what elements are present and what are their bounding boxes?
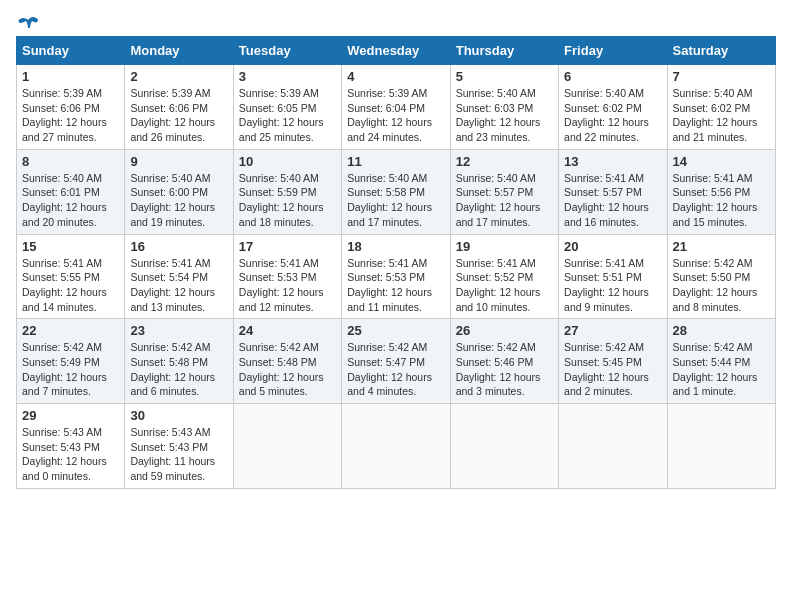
page-header xyxy=(16,16,776,32)
day-info: Sunrise: 5:41 AM Sunset: 5:54 PM Dayligh… xyxy=(130,256,227,315)
calendar-day-cell: 24 Sunrise: 5:42 AM Sunset: 5:48 PM Dayl… xyxy=(233,319,341,404)
weekday-header-thursday: Thursday xyxy=(450,37,558,65)
day-number: 29 xyxy=(22,408,119,423)
day-number: 17 xyxy=(239,239,336,254)
day-number: 13 xyxy=(564,154,661,169)
day-info: Sunrise: 5:42 AM Sunset: 5:46 PM Dayligh… xyxy=(456,340,553,399)
day-info: Sunrise: 5:40 AM Sunset: 6:02 PM Dayligh… xyxy=(673,86,770,145)
day-info: Sunrise: 5:40 AM Sunset: 5:57 PM Dayligh… xyxy=(456,171,553,230)
calendar-day-cell: 29 Sunrise: 5:43 AM Sunset: 5:43 PM Dayl… xyxy=(17,404,125,489)
day-number: 11 xyxy=(347,154,444,169)
day-info: Sunrise: 5:42 AM Sunset: 5:48 PM Dayligh… xyxy=(239,340,336,399)
calendar-day-cell: 26 Sunrise: 5:42 AM Sunset: 5:46 PM Dayl… xyxy=(450,319,558,404)
day-number: 30 xyxy=(130,408,227,423)
day-number: 19 xyxy=(456,239,553,254)
calendar-day-cell: 18 Sunrise: 5:41 AM Sunset: 5:53 PM Dayl… xyxy=(342,234,450,319)
calendar-week-row: 8 Sunrise: 5:40 AM Sunset: 6:01 PM Dayli… xyxy=(17,149,776,234)
day-info: Sunrise: 5:39 AM Sunset: 6:06 PM Dayligh… xyxy=(130,86,227,145)
day-info: Sunrise: 5:42 AM Sunset: 5:47 PM Dayligh… xyxy=(347,340,444,399)
day-info: Sunrise: 5:42 AM Sunset: 5:49 PM Dayligh… xyxy=(22,340,119,399)
calendar-week-row: 1 Sunrise: 5:39 AM Sunset: 6:06 PM Dayli… xyxy=(17,65,776,150)
calendar-day-cell: 11 Sunrise: 5:40 AM Sunset: 5:58 PM Dayl… xyxy=(342,149,450,234)
calendar-day-cell: 14 Sunrise: 5:41 AM Sunset: 5:56 PM Dayl… xyxy=(667,149,775,234)
calendar-table: SundayMondayTuesdayWednesdayThursdayFrid… xyxy=(16,36,776,489)
day-info: Sunrise: 5:42 AM Sunset: 5:44 PM Dayligh… xyxy=(673,340,770,399)
calendar-day-cell: 25 Sunrise: 5:42 AM Sunset: 5:47 PM Dayl… xyxy=(342,319,450,404)
day-info: Sunrise: 5:43 AM Sunset: 5:43 PM Dayligh… xyxy=(22,425,119,484)
day-number: 10 xyxy=(239,154,336,169)
day-number: 26 xyxy=(456,323,553,338)
day-number: 9 xyxy=(130,154,227,169)
calendar-day-cell: 8 Sunrise: 5:40 AM Sunset: 6:01 PM Dayli… xyxy=(17,149,125,234)
day-number: 5 xyxy=(456,69,553,84)
day-number: 2 xyxy=(130,69,227,84)
day-number: 3 xyxy=(239,69,336,84)
day-number: 12 xyxy=(456,154,553,169)
calendar-day-cell: 1 Sunrise: 5:39 AM Sunset: 6:06 PM Dayli… xyxy=(17,65,125,150)
day-number: 20 xyxy=(564,239,661,254)
day-info: Sunrise: 5:41 AM Sunset: 5:56 PM Dayligh… xyxy=(673,171,770,230)
day-info: Sunrise: 5:40 AM Sunset: 6:01 PM Dayligh… xyxy=(22,171,119,230)
day-info: Sunrise: 5:40 AM Sunset: 6:02 PM Dayligh… xyxy=(564,86,661,145)
calendar-day-cell: 22 Sunrise: 5:42 AM Sunset: 5:49 PM Dayl… xyxy=(17,319,125,404)
day-info: Sunrise: 5:41 AM Sunset: 5:52 PM Dayligh… xyxy=(456,256,553,315)
calendar-day-cell: 23 Sunrise: 5:42 AM Sunset: 5:48 PM Dayl… xyxy=(125,319,233,404)
day-number: 1 xyxy=(22,69,119,84)
calendar-day-cell: 27 Sunrise: 5:42 AM Sunset: 5:45 PM Dayl… xyxy=(559,319,667,404)
calendar-day-cell: 15 Sunrise: 5:41 AM Sunset: 5:55 PM Dayl… xyxy=(17,234,125,319)
calendar-day-cell: 21 Sunrise: 5:42 AM Sunset: 5:50 PM Dayl… xyxy=(667,234,775,319)
weekday-header-monday: Monday xyxy=(125,37,233,65)
calendar-day-cell: 30 Sunrise: 5:43 AM Sunset: 5:43 PM Dayl… xyxy=(125,404,233,489)
day-info: Sunrise: 5:41 AM Sunset: 5:51 PM Dayligh… xyxy=(564,256,661,315)
calendar-day-cell: 28 Sunrise: 5:42 AM Sunset: 5:44 PM Dayl… xyxy=(667,319,775,404)
calendar-day-cell: 17 Sunrise: 5:41 AM Sunset: 5:53 PM Dayl… xyxy=(233,234,341,319)
logo xyxy=(16,16,38,32)
calendar-day-cell xyxy=(450,404,558,489)
day-number: 16 xyxy=(130,239,227,254)
day-info: Sunrise: 5:42 AM Sunset: 5:48 PM Dayligh… xyxy=(130,340,227,399)
calendar-day-cell: 20 Sunrise: 5:41 AM Sunset: 5:51 PM Dayl… xyxy=(559,234,667,319)
calendar-day-cell: 7 Sunrise: 5:40 AM Sunset: 6:02 PM Dayli… xyxy=(667,65,775,150)
day-info: Sunrise: 5:40 AM Sunset: 6:03 PM Dayligh… xyxy=(456,86,553,145)
calendar-day-cell: 9 Sunrise: 5:40 AM Sunset: 6:00 PM Dayli… xyxy=(125,149,233,234)
day-info: Sunrise: 5:40 AM Sunset: 5:59 PM Dayligh… xyxy=(239,171,336,230)
day-info: Sunrise: 5:41 AM Sunset: 5:55 PM Dayligh… xyxy=(22,256,119,315)
calendar-week-row: 15 Sunrise: 5:41 AM Sunset: 5:55 PM Dayl… xyxy=(17,234,776,319)
day-number: 22 xyxy=(22,323,119,338)
day-number: 7 xyxy=(673,69,770,84)
day-info: Sunrise: 5:41 AM Sunset: 5:57 PM Dayligh… xyxy=(564,171,661,230)
day-number: 18 xyxy=(347,239,444,254)
day-info: Sunrise: 5:40 AM Sunset: 5:58 PM Dayligh… xyxy=(347,171,444,230)
calendar-week-row: 29 Sunrise: 5:43 AM Sunset: 5:43 PM Dayl… xyxy=(17,404,776,489)
day-number: 21 xyxy=(673,239,770,254)
weekday-header-sunday: Sunday xyxy=(17,37,125,65)
day-number: 24 xyxy=(239,323,336,338)
day-number: 23 xyxy=(130,323,227,338)
calendar-day-cell: 13 Sunrise: 5:41 AM Sunset: 5:57 PM Dayl… xyxy=(559,149,667,234)
day-number: 8 xyxy=(22,154,119,169)
day-info: Sunrise: 5:43 AM Sunset: 5:43 PM Dayligh… xyxy=(130,425,227,484)
day-number: 4 xyxy=(347,69,444,84)
day-info: Sunrise: 5:42 AM Sunset: 5:50 PM Dayligh… xyxy=(673,256,770,315)
day-number: 14 xyxy=(673,154,770,169)
calendar-day-cell: 3 Sunrise: 5:39 AM Sunset: 6:05 PM Dayli… xyxy=(233,65,341,150)
day-info: Sunrise: 5:39 AM Sunset: 6:06 PM Dayligh… xyxy=(22,86,119,145)
calendar-day-cell: 6 Sunrise: 5:40 AM Sunset: 6:02 PM Dayli… xyxy=(559,65,667,150)
day-number: 25 xyxy=(347,323,444,338)
calendar-day-cell: 5 Sunrise: 5:40 AM Sunset: 6:03 PM Dayli… xyxy=(450,65,558,150)
weekday-header-row: SundayMondayTuesdayWednesdayThursdayFrid… xyxy=(17,37,776,65)
calendar-day-cell: 12 Sunrise: 5:40 AM Sunset: 5:57 PM Dayl… xyxy=(450,149,558,234)
day-number: 15 xyxy=(22,239,119,254)
day-info: Sunrise: 5:39 AM Sunset: 6:05 PM Dayligh… xyxy=(239,86,336,145)
calendar-day-cell: 2 Sunrise: 5:39 AM Sunset: 6:06 PM Dayli… xyxy=(125,65,233,150)
weekday-header-saturday: Saturday xyxy=(667,37,775,65)
day-info: Sunrise: 5:39 AM Sunset: 6:04 PM Dayligh… xyxy=(347,86,444,145)
day-info: Sunrise: 5:41 AM Sunset: 5:53 PM Dayligh… xyxy=(239,256,336,315)
weekday-header-friday: Friday xyxy=(559,37,667,65)
calendar-week-row: 22 Sunrise: 5:42 AM Sunset: 5:49 PM Dayl… xyxy=(17,319,776,404)
calendar-day-cell: 4 Sunrise: 5:39 AM Sunset: 6:04 PM Dayli… xyxy=(342,65,450,150)
calendar-day-cell xyxy=(342,404,450,489)
calendar-day-cell: 16 Sunrise: 5:41 AM Sunset: 5:54 PM Dayl… xyxy=(125,234,233,319)
calendar-day-cell: 10 Sunrise: 5:40 AM Sunset: 5:59 PM Dayl… xyxy=(233,149,341,234)
day-info: Sunrise: 5:41 AM Sunset: 5:53 PM Dayligh… xyxy=(347,256,444,315)
